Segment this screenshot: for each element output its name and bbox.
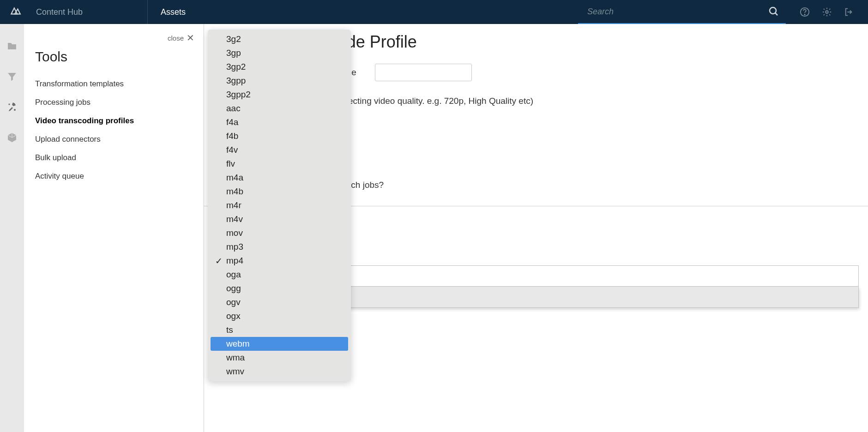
sidebar-item-bulk-upload[interactable]: Bulk upload [33, 149, 194, 167]
format-option-3g2[interactable]: 3g2 [211, 32, 348, 46]
svg-point-5 [804, 14, 805, 15]
logo-area: Content Hub [0, 0, 148, 24]
app-logo-icon [9, 6, 21, 18]
search-icon[interactable] [768, 6, 779, 17]
profile-name-input[interactable] [375, 64, 472, 81]
format-option-m4a[interactable]: m4a [211, 171, 348, 185]
folder-icon[interactable] [6, 41, 18, 52]
header-icons [786, 7, 868, 17]
search-input[interactable] [578, 2, 786, 21]
panel-body [269, 287, 859, 308]
close-icon: ✕ [187, 32, 194, 43]
format-option-wma[interactable]: wma [211, 351, 348, 365]
format-dropdown[interactable]: 3g23gp3gp23gpp3gpp2aacf4af4bf4vflvm4am4b… [208, 30, 351, 381]
format-option-m4v[interactable]: m4v [211, 212, 348, 226]
tools-icon[interactable] [6, 102, 18, 113]
format-option-mov[interactable]: mov [211, 226, 348, 240]
format-option-flv[interactable]: flv [211, 157, 348, 171]
gear-icon[interactable] [822, 7, 832, 17]
format-option-mp4[interactable]: mp4 [211, 254, 348, 268]
sidebar-title: Tools [33, 49, 194, 65]
format-option-f4v[interactable]: f4v [211, 143, 348, 157]
left-rail [0, 24, 24, 432]
format-option-ts[interactable]: ts [211, 323, 348, 337]
logout-icon[interactable] [844, 7, 854, 17]
svg-point-2 [770, 7, 776, 14]
sidebar-item-processing-jobs[interactable]: Processing jobs [33, 93, 194, 112]
sidebar-item-transformation-templates[interactable]: Transformation templates [33, 75, 194, 93]
sidebar-item-activity-queue[interactable]: Activity queue [33, 167, 194, 186]
format-option-ogv[interactable]: ogv [211, 295, 348, 309]
format-option-3gp2[interactable]: 3gp2 [211, 60, 348, 74]
sidebar-item-upload-connectors[interactable]: Upload connectors [33, 130, 194, 149]
filter-icon[interactable] [6, 71, 18, 82]
format-option-m4b[interactable]: m4b [211, 185, 348, 198]
format-option-wmv[interactable]: wmv [211, 365, 348, 378]
svg-line-3 [775, 13, 778, 15]
search-area [578, 0, 786, 24]
format-option-oga[interactable]: oga [211, 268, 348, 282]
nav-assets[interactable]: Assets [148, 7, 199, 17]
svg-point-6 [826, 11, 828, 13]
format-option-f4a[interactable]: f4a [211, 115, 348, 129]
format-option-3gpp2[interactable]: 3gpp2 [211, 88, 348, 102]
svg-point-8 [14, 109, 16, 111]
format-option-3gp[interactable]: 3gp [211, 46, 348, 60]
close-button[interactable]: close ✕ [168, 32, 194, 43]
cube-icon[interactable] [6, 132, 18, 143]
panel-header[interactable] [269, 265, 859, 287]
format-option-ogx[interactable]: ogx [211, 309, 348, 323]
app-name: Content Hub [36, 7, 138, 17]
close-label: close [168, 34, 184, 42]
format-option-ogg[interactable]: ogg [211, 282, 348, 295]
format-option-mp3[interactable]: mp3 [211, 240, 348, 254]
tools-sidebar: close ✕ Tools Transformation templatesPr… [24, 24, 204, 432]
format-option-m4r[interactable]: m4r [211, 198, 348, 212]
app-header: Content Hub Assets [0, 0, 868, 24]
format-option-3gpp[interactable]: 3gpp [211, 74, 348, 88]
sidebar-item-video-transcoding-profiles[interactable]: Video transcoding profiles [33, 112, 194, 130]
format-option-aac[interactable]: aac [211, 102, 348, 115]
main: close ✕ Tools Transformation templatesPr… [0, 24, 868, 432]
format-option-webm[interactable]: webm [211, 337, 348, 351]
help-icon[interactable] [800, 7, 810, 17]
format-option-f4b[interactable]: f4b [211, 129, 348, 143]
